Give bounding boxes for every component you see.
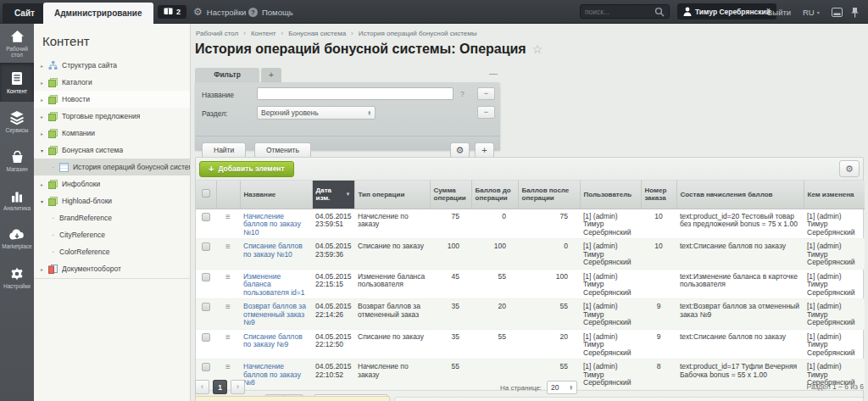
filter-name-input[interactable]: [257, 87, 453, 100]
sidebar-item-0[interactable]: ▸Структура сайта: [34, 57, 190, 74]
column-header[interactable]: Тип операции: [354, 181, 430, 209]
row-menu-icon[interactable]: ≡: [225, 212, 231, 221]
logout-button[interactable]: Выйти: [767, 0, 791, 24]
chevron-right-icon[interactable]: ▸: [41, 266, 48, 272]
topbar-settings-button[interactable]: ⚙ Настройки: [193, 0, 246, 24]
favorite-star-icon[interactable]: ☆: [532, 42, 543, 56]
sidebar-item-7[interactable]: ▸Инфоблоки: [34, 175, 190, 192]
per-page-select[interactable]: 20 ▲▼: [547, 381, 577, 394]
chevron-down-icon[interactable]: ▾: [41, 198, 48, 204]
sidebar-item-8[interactable]: ▾Highload-блоки: [34, 192, 190, 209]
sidebar-item-5[interactable]: ▾Бонусная система: [34, 142, 190, 159]
tab-site[interactable]: Сайт: [3, 3, 47, 24]
row-menu-icon[interactable]: ≡: [225, 302, 231, 311]
sidebar-item-2[interactable]: ▸Новости: [34, 91, 190, 108]
chart-icon: [9, 188, 25, 203]
rail-item-desktop[interactable]: Рабочий стол: [0, 24, 34, 63]
chevron-right-icon[interactable]: ▸: [41, 131, 48, 136]
prev-page-button[interactable]: ‹: [195, 380, 209, 394]
rail-item-settings[interactable]: Настройки: [0, 258, 34, 297]
sidebar-item-10[interactable]: ▪CityReference: [34, 226, 190, 243]
chevron-right-icon[interactable]: ▸: [41, 97, 48, 103]
breadcrumb-link[interactable]: История операций бонусной системы: [359, 30, 477, 37]
sidebar-item-1[interactable]: ▸Каталоги: [34, 74, 190, 91]
search-input[interactable]: [585, 8, 652, 16]
sidebar-item-6[interactable]: ▪История операций бонусной системы: [34, 159, 190, 175]
grid-settings-button[interactable]: ⚙: [839, 160, 860, 177]
row-checkbox[interactable]: [202, 213, 210, 221]
rail-item-label: Настройки: [3, 283, 31, 289]
current-page-button[interactable]: 1: [213, 380, 227, 394]
topbar: Сайт Администрирование 2 ⚙ Настройки ? П…: [0, 0, 868, 24]
language-selector[interactable]: RU ▾: [803, 0, 820, 24]
breadcrumb-link[interactable]: Рабочий стол: [196, 30, 238, 37]
panel-toggle-button[interactable]: [832, 0, 843, 24]
pin-icon[interactable]: [851, 0, 859, 24]
notifications-button[interactable]: 2: [158, 5, 186, 19]
column-header[interactable]: Пользователь: [580, 181, 641, 209]
column-header[interactable]: Баллов после операции: [518, 181, 580, 209]
search-icon[interactable]: [654, 7, 665, 17]
bullet-icon[interactable]: ▪: [53, 232, 59, 237]
user-menu-button[interactable]: Тимур Серебрянский: [677, 3, 776, 19]
column-header[interactable]: Номер заказа: [641, 181, 676, 209]
cell-before: 20: [471, 299, 518, 330]
chevron-right-icon[interactable]: ▸: [41, 63, 48, 69]
cell-name[interactable]: Изменение баланса пользователя id=1: [240, 269, 312, 299]
column-header[interactable]: Состав начисления баллов: [676, 181, 804, 209]
chevron-right-icon[interactable]: ▸: [41, 181, 48, 187]
chevron-down-icon[interactable]: ▾: [41, 148, 48, 153]
filter-minimize-button[interactable]: —: [489, 69, 498, 78]
rail-item-shop[interactable]: Магазин: [0, 141, 34, 180]
column-header[interactable]: Дата изм.▼: [312, 181, 354, 209]
filter-remove-section-button[interactable]: −: [477, 106, 495, 119]
row-menu-icon[interactable]: ≡: [225, 332, 231, 342]
cell-name[interactable]: Возврат баллов за отмененный заказ №9: [240, 299, 312, 330]
cell-name[interactable]: Списание баллов по заказу №9: [240, 329, 312, 359]
filter-remove-name-button[interactable]: −: [477, 87, 495, 100]
header-checkbox-cell[interactable]: [196, 181, 216, 209]
rail-item-services[interactable]: Сервисы: [0, 102, 34, 141]
row-checkbox[interactable]: [202, 242, 210, 251]
filter-section-select[interactable]: Верхний уровень ▲▼: [257, 106, 376, 120]
sort-desc-icon[interactable]: ▼: [346, 191, 351, 198]
rail-item-label: Аналитика: [3, 205, 31, 211]
breadcrumb-link[interactable]: Бонусная система: [288, 30, 346, 37]
rail-item-analytics[interactable]: Аналитика: [0, 180, 34, 219]
column-header[interactable]: Баллов до операции: [471, 181, 518, 209]
sidebar-item-12[interactable]: ▸Документооборот: [34, 260, 190, 277]
next-page-button[interactable]: ›: [231, 380, 245, 394]
row-checkbox[interactable]: [202, 363, 210, 371]
column-header[interactable]: Сумма операции: [430, 181, 471, 209]
sidebar-item-3[interactable]: ▸Торговые предложения: [34, 108, 190, 125]
cell-name[interactable]: Начисление баллов по заказу №10: [240, 209, 312, 239]
chevron-right-icon[interactable]: ▸: [41, 114, 48, 120]
module-rail: Рабочий столКонтентСервисыМагазинАналити…: [0, 24, 34, 401]
rail-item-content[interactable]: Контент: [0, 63, 34, 102]
header-checkbox[interactable]: [202, 189, 210, 198]
breadcrumb-link[interactable]: Контент: [251, 30, 276, 37]
cell-name[interactable]: Списание баллов по заказу №10: [240, 239, 312, 270]
sidebar-item-11[interactable]: ▪ColorReference: [34, 243, 190, 260]
row-checkbox[interactable]: [202, 273, 210, 281]
bullet-icon[interactable]: ▪: [53, 215, 59, 220]
sidebar-item-4[interactable]: ▸Компании: [34, 125, 190, 142]
filter-add-tab[interactable]: +: [261, 68, 281, 82]
rail-item-marketplace[interactable]: Marketplace: [0, 219, 34, 258]
row-checkbox[interactable]: [202, 333, 210, 342]
chevron-right-icon[interactable]: ▸: [41, 80, 48, 86]
filter-hint-icon[interactable]: ?: [460, 90, 465, 98]
topbar-help-button[interactable]: ? Помощь: [248, 0, 293, 24]
row-menu-icon[interactable]: ≡: [225, 242, 231, 251]
sidebar-item-9[interactable]: ▪BrandReference: [34, 209, 190, 226]
row-checkbox[interactable]: [202, 303, 210, 311]
row-menu-icon[interactable]: ≡: [225, 362, 231, 371]
bullet-icon[interactable]: ▪: [53, 249, 59, 254]
row-menu-icon[interactable]: ≡: [225, 272, 231, 281]
add-element-button[interactable]: + Добавить элемент: [199, 161, 294, 177]
filter-tab[interactable]: Фильтр: [195, 68, 259, 82]
bullet-icon[interactable]: ▪: [53, 164, 59, 170]
column-header[interactable]: Кем изменена: [804, 181, 865, 209]
column-header[interactable]: Название: [240, 181, 312, 209]
tab-admin[interactable]: Администрирование: [43, 3, 153, 24]
